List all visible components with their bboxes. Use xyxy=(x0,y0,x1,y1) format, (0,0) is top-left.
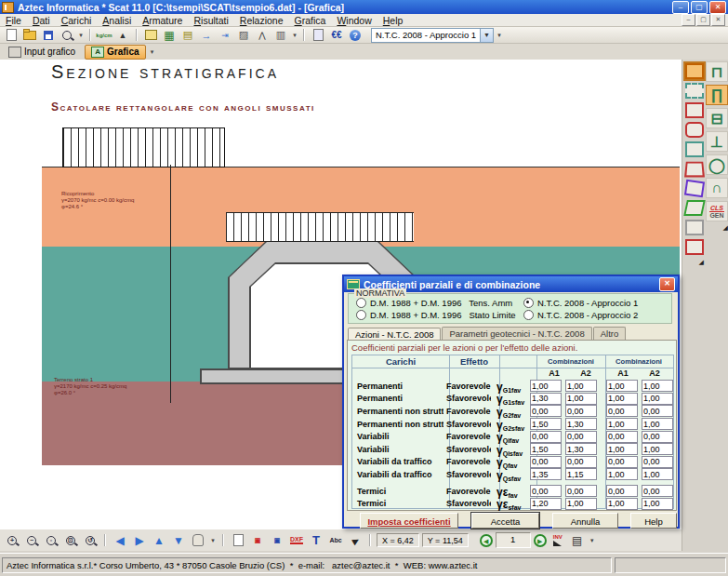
coef-input-a1-seismic[interactable] xyxy=(606,393,638,405)
pan-hand-icon[interactable] xyxy=(190,533,206,548)
navbar-overflow-icon[interactable]: ▾ xyxy=(589,537,596,544)
combobox-dropdown-icon[interactable]: ▼ xyxy=(480,29,493,42)
coef-input-a1-seismic[interactable] xyxy=(606,468,638,480)
menu-risultati[interactable]: Risultati xyxy=(188,15,233,26)
coef-input-a1-seismic[interactable] xyxy=(606,405,638,417)
shape-wall-icon[interactable] xyxy=(685,220,704,235)
radio-icon[interactable] xyxy=(356,298,366,308)
normativa-combobox[interactable]: N.T.C. 2008 - Approccio 1 ▼ xyxy=(371,28,494,43)
export-dxf-icon[interactable]: DXF xyxy=(288,533,305,548)
font-settings-icon[interactable]: Abc xyxy=(327,533,344,548)
copy-emf-icon[interactable]: ▣ xyxy=(249,533,266,548)
coef-input-a2-static[interactable] xyxy=(565,380,597,392)
loads-arrow-icon[interactable]: → xyxy=(198,28,215,42)
menu-file[interactable]: File xyxy=(0,15,27,26)
maximize-button[interactable]: ▢ xyxy=(691,1,708,14)
shape-trapezoid-icon[interactable] xyxy=(684,162,705,178)
materials-icon[interactable]: ▦ xyxy=(161,28,178,42)
imposta-coefficienti-button[interactable]: Imposta coefficienti xyxy=(360,513,458,529)
pointer-icon[interactable]: ▶ xyxy=(347,533,364,548)
coef-input-a1-static[interactable] xyxy=(530,380,562,392)
close-button[interactable]: ✕ xyxy=(709,1,726,14)
radio-ntc-approccio1[interactable]: N.T.C. 2008 - Approccio 1 xyxy=(523,298,638,308)
coef-input-a2-seismic[interactable] xyxy=(642,380,673,392)
copy-bmp-icon[interactable]: ▣ xyxy=(269,533,285,548)
new-file-icon[interactable] xyxy=(3,28,20,42)
shape-skew-icon[interactable] xyxy=(683,200,706,216)
menu-help[interactable]: Help xyxy=(377,15,409,26)
pan-right-icon[interactable]: ▶ xyxy=(131,533,148,548)
zoom-previous-icon[interactable]: ↺ xyxy=(82,533,99,548)
coef-input-a2-static[interactable] xyxy=(565,498,597,510)
section-data-icon[interactable]: ▤ xyxy=(179,28,196,42)
type-circular-icon[interactable]: ◯ xyxy=(706,154,728,175)
invert-colors-icon[interactable]: INV xyxy=(549,533,566,548)
shape-slab-icon[interactable] xyxy=(685,141,704,157)
zoom-out-icon[interactable]: − xyxy=(23,533,40,548)
pan-down-icon[interactable]: ▼ xyxy=(170,533,187,548)
coef-input-a2-seismic[interactable] xyxy=(642,443,673,455)
text-tool-icon[interactable]: T xyxy=(308,533,324,548)
next-view-icon[interactable]: ▶ xyxy=(534,534,547,547)
zoom-window-icon[interactable]: ▫ xyxy=(43,533,60,548)
coef-input-a1-seismic[interactable] xyxy=(606,418,638,430)
menu-armature[interactable]: Armature xyxy=(137,15,188,26)
zoom-in-icon[interactable]: + xyxy=(4,533,20,548)
shape-polygon-icon[interactable] xyxy=(683,180,704,198)
coef-input-a1-static[interactable] xyxy=(530,443,562,455)
annulla-button[interactable]: Annulla xyxy=(552,513,618,529)
coef-input-a1-static[interactable] xyxy=(530,418,562,430)
save-icon[interactable] xyxy=(40,28,57,42)
coef-input-a2-static[interactable] xyxy=(565,456,597,468)
menu-carichi[interactable]: Carichi xyxy=(56,15,98,26)
tab-grafica[interactable]: A Grafica xyxy=(85,45,145,60)
mdi-minimize-button[interactable]: – xyxy=(682,14,695,26)
coef-input-a1-static[interactable] xyxy=(530,393,562,405)
coef-input-a2-seismic[interactable] xyxy=(642,468,673,480)
toolbar-overflow-icon[interactable]: ▾ xyxy=(77,32,85,39)
coef-input-a1-seismic[interactable] xyxy=(606,498,638,510)
layers-icon[interactable]: ▤ xyxy=(569,533,586,548)
rebar-icon[interactable]: ▨ xyxy=(235,28,252,42)
print-preview-icon[interactable] xyxy=(59,28,75,42)
coef-input-a1-seismic[interactable] xyxy=(606,380,638,392)
coef-input-a2-static[interactable] xyxy=(565,405,597,417)
coef-input-a2-seismic[interactable] xyxy=(642,498,673,510)
coef-input-a2-seismic[interactable] xyxy=(642,431,673,443)
coef-input-a2-static[interactable] xyxy=(565,485,597,497)
shape-grid-icon[interactable] xyxy=(685,102,704,118)
weights-icon[interactable]: ▲ xyxy=(114,28,131,42)
menu-analisi[interactable]: Analisi xyxy=(97,15,137,26)
radio-dm-tens-amm[interactable]: D.M. 1988 + D.M. 1996 Tens. Amm xyxy=(356,298,512,308)
radio-icon[interactable] xyxy=(356,310,366,320)
coef-input-a1-static[interactable] xyxy=(530,498,562,510)
shape-box3d-icon[interactable] xyxy=(685,239,704,255)
coef-input-a1-static[interactable] xyxy=(530,468,562,480)
diagram-icon[interactable]: ⋀ xyxy=(254,28,271,42)
coef-input-a1-seismic[interactable] xyxy=(606,485,638,497)
menu-grafica[interactable]: Grafica xyxy=(289,15,332,26)
menu-dati[interactable]: Dati xyxy=(27,15,56,26)
cls-gen-icon[interactable]: CLSGEN xyxy=(706,201,728,221)
open-file-icon[interactable] xyxy=(21,28,38,42)
coef-input-a1-static[interactable] xyxy=(530,485,562,497)
coef-input-a1-seismic[interactable] xyxy=(606,443,638,455)
type-arch-icon[interactable]: ∩ xyxy=(706,178,728,198)
type-double-cell-icon[interactable]: ⊟ xyxy=(706,108,728,128)
zoombar-overflow-icon[interactable]: ▾ xyxy=(209,537,217,544)
euro-icon[interactable]: €€ xyxy=(328,28,345,42)
mdi-restore-button[interactable]: ▢ xyxy=(696,14,710,26)
coef-input-a2-static[interactable] xyxy=(565,418,597,430)
minimize-button[interactable]: – xyxy=(672,1,689,14)
coef-input-a2-seismic[interactable] xyxy=(642,456,673,468)
menu-relazione[interactable]: Relazione xyxy=(234,15,289,26)
radio-icon-selected[interactable] xyxy=(523,298,534,308)
coef-input-a2-static[interactable] xyxy=(565,468,597,480)
tab-parametri-geotecnici[interactable]: Parametri geotecnici - N.T.C. 2008 xyxy=(442,327,591,340)
types-popup-arrow-icon[interactable]: ◢ xyxy=(723,224,728,232)
chart-icon[interactable]: ▥ xyxy=(272,28,289,42)
tab-input-grafico[interactable]: Input grafico xyxy=(2,45,82,60)
help-icon[interactable]: ? xyxy=(347,28,364,42)
coef-input-a2-seismic[interactable] xyxy=(642,485,673,497)
type-open-frame-icon[interactable]: ⊓ xyxy=(706,61,728,82)
